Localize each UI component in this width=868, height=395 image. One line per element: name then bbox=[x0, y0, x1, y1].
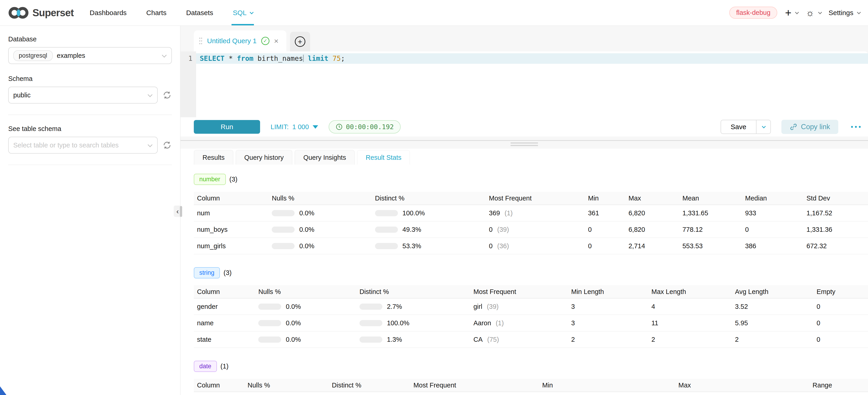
copy-link-button[interactable]: Copy link bbox=[781, 120, 839, 134]
stat-cell: 1,331.36 bbox=[803, 226, 868, 233]
schema-value: public bbox=[13, 91, 31, 99]
more-actions-button[interactable] bbox=[849, 124, 863, 130]
tab-query-insights[interactable]: Query Insights bbox=[294, 150, 355, 164]
tab-result-stats[interactable]: Result Stats bbox=[357, 150, 410, 164]
bar-label: 1.3% bbox=[387, 336, 402, 343]
nav-item-charts[interactable]: Charts bbox=[146, 0, 166, 25]
bar-label: 2.7% bbox=[387, 303, 402, 310]
table-select-placeholder: Select table or type to search tables bbox=[13, 142, 119, 149]
add-query-tab-button[interactable]: + bbox=[290, 32, 310, 52]
save-button[interactable]: Save bbox=[721, 120, 756, 134]
column-header: Avg Length bbox=[732, 288, 813, 296]
nulls-bar bbox=[272, 226, 294, 233]
stat-cell: 672.32 bbox=[803, 242, 868, 250]
column-header: Column bbox=[194, 288, 255, 296]
query-tab[interactable]: Untitled Query 1 ✓ × bbox=[194, 30, 286, 52]
tab-results[interactable]: Results bbox=[194, 150, 233, 164]
superset-brand[interactable]: Superset bbox=[8, 0, 73, 25]
editor-toolbar: Run LIMIT: 1 000 00:00:00.192 Save bbox=[181, 117, 868, 136]
column-header: Median bbox=[742, 194, 803, 202]
drag-handle-icon[interactable] bbox=[199, 36, 203, 45]
stat-cell: 3 bbox=[568, 320, 648, 327]
code-editor-area[interactable]: 1 SELECT * from birth_names limit 75; bbox=[181, 52, 868, 117]
most-frequent-cell: girl(39) bbox=[470, 303, 568, 310]
run-button[interactable]: Run bbox=[194, 120, 260, 134]
type-count: (3) bbox=[223, 269, 231, 277]
splitter-drag-handle[interactable] bbox=[510, 143, 538, 147]
limit-dropdown[interactable]: LIMIT: 1 000 bbox=[271, 123, 318, 131]
bar-label: 0.0% bbox=[299, 209, 314, 217]
stat-cell: 0 bbox=[585, 226, 625, 233]
query-tabstrip: Untitled Query 1 ✓ × + bbox=[181, 26, 868, 52]
line-number: 1 bbox=[188, 54, 192, 62]
nulls-bar bbox=[272, 210, 294, 216]
bar-label: 0.0% bbox=[286, 336, 301, 343]
table-select[interactable]: Select table or type to search tables bbox=[8, 137, 158, 154]
stat-cell: 6,820 bbox=[625, 209, 679, 217]
most-frequent-count: (39) bbox=[487, 303, 499, 310]
nulls-bar bbox=[272, 243, 294, 249]
sql-token: birth_names bbox=[253, 54, 303, 62]
stat-cell: 0 bbox=[813, 336, 868, 343]
bar-label: 0.0% bbox=[286, 320, 301, 327]
sql-editor: 1 SELECT * from birth_names limit 75; Ru… bbox=[181, 52, 868, 136]
results-panel: Results Query history Query Insights Res… bbox=[181, 149, 868, 395]
type-badge-row: date(1) bbox=[194, 361, 868, 372]
nulls-bar bbox=[258, 336, 281, 343]
nulls-bar-cell: 0.0% bbox=[269, 209, 372, 217]
stat-cell: 1,167.52 bbox=[803, 209, 868, 217]
refresh-icon bbox=[162, 90, 172, 100]
stat-cell: 0 bbox=[813, 320, 868, 327]
most-frequent-value: 0 bbox=[489, 226, 493, 233]
close-tab-icon[interactable]: × bbox=[274, 37, 279, 45]
nulls-bar-cell: 0.0% bbox=[255, 336, 356, 343]
nulls-bar bbox=[258, 304, 281, 310]
panel-edge-scrollbar[interactable] bbox=[180, 206, 182, 217]
distinct-bar bbox=[375, 226, 398, 233]
chevron-down-icon bbox=[857, 10, 861, 14]
nav-item-datasets[interactable]: Datasets bbox=[186, 0, 213, 25]
stat-cell: 0 bbox=[742, 226, 803, 233]
type-badge-row: number(3) bbox=[194, 174, 868, 185]
column-header: Distinct % bbox=[372, 194, 486, 202]
main-nav: Dashboards Charts Datasets SQL bbox=[90, 0, 252, 25]
type-count: (1) bbox=[221, 363, 228, 370]
table-row: name0.0%100.0%Aaron(1)3115.950 bbox=[194, 315, 868, 331]
stats-table-number: ColumnNulls %Distinct %Most FrequentMinM… bbox=[194, 192, 868, 254]
most-frequent-count: (1) bbox=[496, 320, 504, 327]
column-header: Nulls % bbox=[244, 382, 329, 389]
type-badge-row: string(3) bbox=[194, 267, 868, 278]
stat-cell: 778.12 bbox=[679, 226, 742, 233]
schema-select[interactable]: public bbox=[8, 87, 158, 103]
save-options-button[interactable] bbox=[756, 120, 771, 134]
refresh-schemas-button[interactable] bbox=[162, 90, 172, 100]
stat-cell: 553.53 bbox=[679, 242, 742, 250]
stats-section-date: date(1)ColumnNulls %Distinct %Most Frequ… bbox=[194, 361, 868, 395]
sql-code-line[interactable]: SELECT * from birth_names limit 75; bbox=[196, 53, 868, 64]
refresh-tables-button[interactable] bbox=[162, 140, 172, 150]
database-select[interactable]: postgresql examples bbox=[8, 47, 172, 64]
distinct-bar bbox=[375, 210, 398, 216]
chevron-down-icon bbox=[162, 53, 166, 57]
chevron-down-icon bbox=[762, 124, 766, 128]
nav-item-dashboards[interactable]: Dashboards bbox=[90, 0, 127, 25]
column-header: Most Frequent bbox=[470, 288, 568, 296]
column-header: Mean bbox=[679, 194, 742, 202]
settings-menu[interactable]: Settings bbox=[829, 9, 860, 17]
sql-token: ; bbox=[341, 54, 345, 62]
sql-token bbox=[329, 54, 333, 62]
nulls-bar-cell: 0.0% bbox=[269, 226, 372, 233]
nav-item-sql[interactable]: SQL bbox=[233, 0, 252, 25]
table-schema-label: See table schema bbox=[8, 125, 172, 132]
stat-cell: 361 bbox=[585, 209, 625, 217]
tab-query-history[interactable]: Query history bbox=[236, 150, 292, 164]
most-frequent-cell: 0(36) bbox=[486, 242, 585, 250]
column-header: Distinct % bbox=[356, 288, 470, 296]
theme-toggle[interactable]: ☼ bbox=[806, 8, 821, 18]
stat-cell: 11 bbox=[648, 320, 732, 327]
new-item-menu[interactable]: + bbox=[785, 7, 798, 18]
type-badge-date: date bbox=[194, 361, 217, 372]
column-header: Min bbox=[539, 382, 675, 389]
column-header: Std Dev bbox=[803, 194, 868, 202]
stat-cell: 6,820 bbox=[625, 226, 679, 233]
